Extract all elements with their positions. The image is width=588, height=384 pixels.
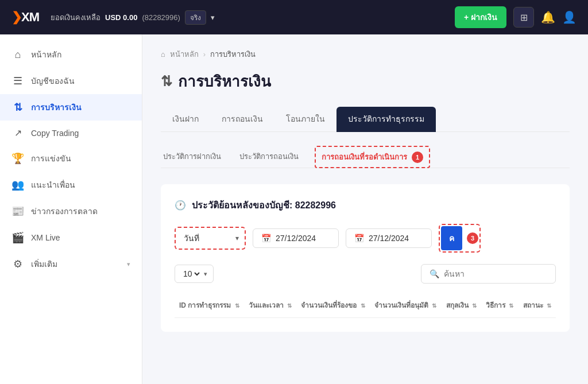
per-page-arrow-icon: ▾ bbox=[204, 270, 207, 278]
account-type-badge[interactable]: จริง bbox=[185, 10, 206, 25]
sort-icon-status[interactable]: ⇅ bbox=[547, 302, 551, 309]
col-datetime-label: วันและเวลา bbox=[249, 301, 284, 309]
layout: ⌂ หน้าหลัก ☰ บัญชีของฉัน ⇅ การบริหารเงิน… bbox=[0, 34, 588, 384]
competitions-icon: 🏆 bbox=[11, 152, 24, 165]
logo: ❯XM bbox=[11, 10, 39, 25]
deposit-button[interactable]: + ฝากเงิน bbox=[455, 6, 506, 28]
sidebar-item-label-more: เพิ่มเติม bbox=[31, 258, 57, 270]
table-head: ID การทำธุรกรรม ⇅ วันและเวลา ⇅ จำนวนเงิน… bbox=[175, 293, 556, 318]
dropdown-arrow-icon[interactable]: ▾ bbox=[211, 13, 215, 22]
per-page-row: 10 25 50 ▾ 🔍 bbox=[175, 264, 556, 284]
home-icon: ⌂ bbox=[11, 49, 24, 61]
table-wrapper: ID การทำธุรกรรม ⇅ วันและเวลา ⇅ จำนวนเงิน… bbox=[175, 293, 556, 318]
search-input[interactable] bbox=[444, 269, 547, 278]
tab-deposit[interactable]: เงินฝาก bbox=[161, 107, 210, 132]
col-status: สถานะ ⇅ bbox=[519, 293, 556, 318]
market-news-icon: 📰 bbox=[11, 205, 24, 218]
col-approved-amount: จำนวนเงินที่อนุมัติ ⇅ bbox=[370, 293, 442, 318]
section-title: 🕐 ประวัติย้อนหลังของบัญชี: 82282996 bbox=[175, 198, 556, 212]
sort-icon-approved[interactable]: ⇅ bbox=[432, 302, 436, 309]
date-from-wrapper: 📅 bbox=[253, 228, 339, 248]
filters-row: วันที่ ▾ 📅 📅 ค 3 bbox=[175, 224, 556, 253]
balance-section: ยอดเงินคงเหลือ USD 0.00 (82282996) จริง … bbox=[51, 10, 215, 25]
transactions-table: ID การทำธุรกรรม ⇅ วันและเวลา ⇅ จำนวนเงิน… bbox=[175, 293, 556, 318]
col-id: ID การทำธุรกรรม ⇅ bbox=[175, 293, 244, 318]
more-icon: ⚙ bbox=[11, 258, 24, 270]
sidebar-item-xm-live[interactable]: 🎬 XM Live bbox=[0, 224, 142, 251]
chevron-down-icon: ▾ bbox=[127, 261, 130, 268]
pending-badge: 1 bbox=[412, 152, 423, 163]
subtab-deposit-history[interactable]: ประวัติการฝากเงิน bbox=[161, 146, 223, 168]
col-datetime: วันและเวลา ⇅ bbox=[244, 293, 297, 318]
search-button[interactable]: ค bbox=[441, 226, 462, 250]
table-header-row: ID การทำธุรกรรม ⇅ วันและเวลา ⇅ จำนวนเงิน… bbox=[175, 293, 556, 318]
sidebar-item-label-copy-trading: Copy Trading bbox=[31, 129, 79, 138]
history-section-card: 🕐 ประวัติย้อนหลังของบัญชี: 82282996 วันท… bbox=[161, 184, 570, 332]
clock-icon: 🕐 bbox=[175, 200, 186, 211]
accounts-icon: ☰ bbox=[11, 75, 24, 87]
filter-select-wrapper: วันที่ ▾ bbox=[175, 227, 246, 250]
col-currency: สกุลเงิน ⇅ bbox=[442, 293, 481, 318]
sidebar-item-manage-funds[interactable]: ⇅ การบริหารเงิน bbox=[0, 94, 142, 121]
breadcrumb: ⌂ หน้าหลัก › การบริหารเงิน bbox=[161, 48, 570, 60]
sort-icon-method[interactable]: ⇅ bbox=[509, 302, 513, 309]
tab-internal[interactable]: โอนภายใน bbox=[274, 107, 336, 132]
sidebar-item-label-xm-live: XM Live bbox=[31, 233, 60, 242]
tab-withdraw[interactable]: การถอนเงิน bbox=[210, 107, 274, 132]
calendar-from-icon: 📅 bbox=[261, 234, 271, 243]
bell-icon[interactable]: 🔔 bbox=[541, 10, 555, 24]
per-page-select[interactable]: 10 25 50 bbox=[181, 269, 202, 279]
sidebar-item-competitions[interactable]: 🏆 การแข่งขัน bbox=[0, 145, 142, 172]
breadcrumb-separator: › bbox=[203, 50, 206, 59]
col-status-label: สถานะ bbox=[523, 301, 543, 309]
per-page-select-wrapper: 10 25 50 ▾ bbox=[175, 265, 214, 283]
col-id-label: ID การทำธุรกรรม bbox=[179, 301, 231, 309]
sort-icon-datetime[interactable]: ⇅ bbox=[287, 302, 292, 309]
sidebar-item-label-competitions: การแข่งขัน bbox=[31, 152, 71, 165]
header-right: + ฝากเงิน ⊞ 🔔 👤 bbox=[455, 6, 577, 28]
balance-amount: USD 0.00 bbox=[105, 13, 137, 22]
sidebar-item-label-home: หน้าหลัก bbox=[31, 48, 61, 61]
col-currency-label: สกุลเงิน bbox=[446, 301, 469, 309]
sidebar: ⌂ หน้าหลัก ☰ บัญชีของฉัน ⇅ การบริหารเงิน… bbox=[0, 34, 142, 384]
user-icon[interactable]: 👤 bbox=[562, 10, 577, 24]
sidebar-item-accounts[interactable]: ☰ บัญชีของฉัน bbox=[0, 68, 142, 94]
header: ❯XM ยอดเงินคงเหลือ USD 0.00 (82282996) จ… bbox=[0, 0, 588, 34]
search-box: 🔍 bbox=[421, 264, 556, 284]
sidebar-item-home[interactable]: ⌂ หน้าหลัก bbox=[0, 41, 142, 68]
sidebar-item-label-referrals: แนะนำเพื่อน bbox=[31, 179, 75, 191]
date-from-input[interactable] bbox=[276, 234, 327, 243]
sidebar-item-market-news[interactable]: 📰 ข่าวกรองการตลาด bbox=[0, 198, 142, 224]
date-to-input[interactable] bbox=[369, 234, 420, 243]
manage-funds-icon: ⇅ bbox=[11, 101, 24, 114]
sidebar-item-copy-trading[interactable]: ↗ Copy Trading bbox=[0, 121, 142, 145]
col-requested-amount: จำนวนเงินที่ร้องขอ ⇅ bbox=[296, 293, 370, 318]
main-content: ⌂ หน้าหลัก › การบริหารเงิน ⇅ การบริหารเง… bbox=[142, 34, 588, 384]
col-method-label: วิธีการ bbox=[486, 301, 505, 309]
sort-icon-id[interactable]: ⇅ bbox=[235, 302, 239, 309]
col-approved-amount-label: จำนวนเงินที่อนุมัติ bbox=[374, 301, 428, 309]
breadcrumb-home[interactable]: หน้าหลัก bbox=[170, 48, 199, 60]
balance-label: ยอดเงินคงเหลือ bbox=[51, 11, 100, 24]
grid-icon: ⊞ bbox=[520, 12, 528, 23]
subtab-pending-withdraw-label: การถอนเงินที่รอดำเนินการ bbox=[322, 151, 407, 163]
col-method: วิธีการ ⇅ bbox=[481, 293, 518, 318]
sidebar-item-label-manage-funds: การบริหารเงิน bbox=[31, 101, 82, 114]
tab-history[interactable]: ประวัติการทำธุรกรรม bbox=[336, 107, 436, 132]
referrals-icon: 👥 bbox=[11, 179, 24, 191]
sort-icon-requested[interactable]: ⇅ bbox=[361, 302, 365, 309]
sidebar-item-referrals[interactable]: 👥 แนะนำเพื่อน bbox=[0, 172, 142, 198]
filter-type-select[interactable]: วันที่ bbox=[176, 228, 245, 249]
sub-tabs: ประวัติการฝากเงิน ประวัติการถอนเงิน การถ… bbox=[161, 146, 570, 168]
date-to-wrapper: 📅 bbox=[346, 228, 432, 248]
sort-icon-currency[interactable]: ⇅ bbox=[472, 302, 477, 309]
copy-trading-icon: ↗ bbox=[11, 127, 24, 138]
sidebar-item-label-accounts: บัญชีของฉัน bbox=[31, 75, 75, 87]
grid-icon-button[interactable]: ⊞ bbox=[513, 7, 534, 28]
subtab-withdraw-history[interactable]: ประวัติการถอนเงิน bbox=[237, 146, 301, 168]
sidebar-item-more[interactable]: ⚙ เพิ่มเติม ▾ bbox=[0, 251, 142, 277]
main-tabs: เงินฝาก การถอนเงิน โอนภายใน ประวัติการทำ… bbox=[161, 107, 570, 132]
account-id: (82282996) bbox=[142, 13, 180, 22]
page-title-icon: ⇅ bbox=[161, 73, 172, 90]
subtab-pending-withdraw[interactable]: การถอนเงินที่รอดำเนินการ 1 bbox=[315, 146, 430, 168]
